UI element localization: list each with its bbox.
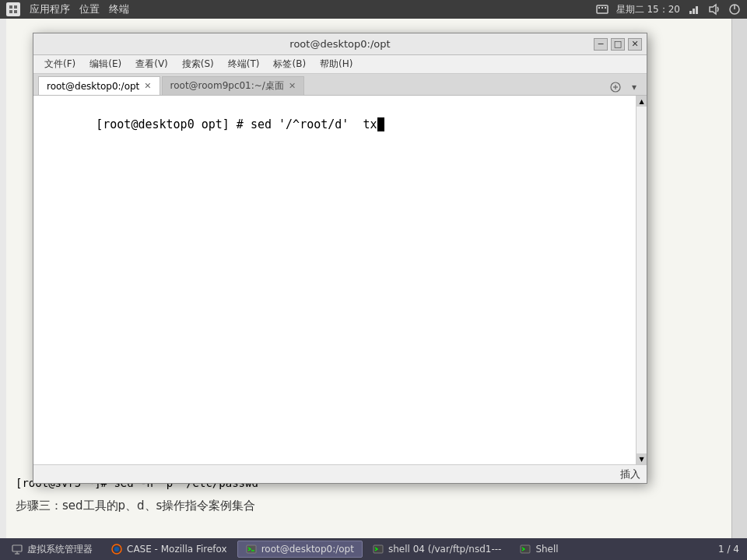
- svg-rect-4: [597, 5, 608, 13]
- tab-label-2: root@room9pc01:~/桌面: [170, 79, 284, 93]
- svg-rect-1: [14, 5, 17, 9]
- terminal-controls: ─ □ ✕: [594, 38, 642, 51]
- terminal-tabs: root@desktop0:/opt ✕ root@room9pc01:~/桌面…: [33, 74, 647, 96]
- tab-room9pc01[interactable]: root@room9pc01:~/桌面 ✕: [162, 76, 305, 95]
- menu-file[interactable]: 文件(F): [38, 56, 82, 72]
- doc-step-label: 步骤三：sed工具的p、d、s操作指令案例集合: [16, 499, 731, 513]
- taskbar-page-indicator: 1 / 4: [718, 544, 744, 555]
- insert-label: 插入: [620, 467, 640, 481]
- scrollbar-down[interactable]: ▼: [637, 453, 647, 464]
- svg-marker-11: [710, 5, 716, 14]
- minimize-button[interactable]: ─: [594, 38, 608, 51]
- app-icon: [6, 2, 20, 16]
- taskbar-shell04[interactable]: shell 04 (/var/ftp/nsd1---: [364, 541, 510, 558]
- power-icon: [728, 3, 741, 16]
- tab-desktop0[interactable]: root@desktop0:/opt ✕: [38, 76, 160, 95]
- firefox-icon: [111, 544, 122, 555]
- terminal-window: root@desktop0:/opt ─ □ ✕ 文件(F) 编辑(E) 查看(…: [33, 33, 647, 484]
- menu-tabs[interactable]: 标签(B): [267, 56, 312, 72]
- svg-rect-10: [696, 6, 698, 14]
- taskbar-vm-manager[interactable]: 虚拟系统管理器: [3, 541, 101, 558]
- taskbar-terminal1[interactable]: root@desktop0:/opt: [237, 541, 363, 558]
- menu-app[interactable]: 应用程序: [30, 2, 70, 16]
- svg-rect-17: [12, 545, 22, 551]
- taskbar-shell-label: Shell: [535, 544, 558, 555]
- tab-close-2[interactable]: ✕: [289, 81, 296, 91]
- system-time: 星期二 15：20: [616, 3, 680, 16]
- vm-manager-icon: [12, 544, 23, 555]
- svg-point-21: [114, 547, 119, 551]
- tab-label-1: root@desktop0:/opt: [47, 81, 139, 92]
- terminal1-icon: [246, 544, 257, 555]
- menu-view[interactable]: 查看(V): [129, 56, 174, 72]
- taskbar-vm-label: 虚拟系统管理器: [27, 543, 93, 556]
- page-indicator-text: 1 / 4: [718, 544, 739, 555]
- left-edge: [0, 19, 6, 560]
- prompt-text: [root@desktop0 opt] #: [96, 117, 251, 131]
- terminal-scrollbar[interactable]: ▲ ▼: [636, 96, 647, 464]
- tab-actions: ▾: [608, 79, 642, 95]
- maximize-button[interactable]: □: [611, 38, 625, 51]
- taskbar-shell04-label: shell 04 (/var/ftp/nsd1---: [388, 544, 501, 555]
- menu-terminal[interactable]: 终端(T): [222, 56, 266, 72]
- svg-rect-8: [689, 11, 692, 14]
- volume-icon: [708, 3, 721, 16]
- right-scrollbar[interactable]: [731, 19, 747, 560]
- shell04-icon: [373, 544, 384, 555]
- command-text: sed '/^root/d' tx: [251, 117, 377, 131]
- tab-close-1[interactable]: ✕: [144, 81, 151, 91]
- taskbar: 虚拟系统管理器 CASE - Mozilla Firefox root@desk…: [0, 538, 747, 560]
- svg-rect-9: [693, 9, 695, 14]
- menu-edit[interactable]: 编辑(E): [83, 56, 128, 72]
- new-tab-button[interactable]: [608, 79, 623, 95]
- terminal-bottom-bar: 插入: [33, 464, 647, 483]
- close-button[interactable]: ✕: [628, 38, 642, 51]
- system-bar: 应用程序 位置 终端 星期二 15：20: [0, 0, 747, 19]
- shell-icon: [520, 544, 531, 555]
- svg-rect-5: [598, 7, 600, 9]
- menu-help[interactable]: 帮助(H): [314, 56, 359, 72]
- taskbar-firefox-label: CASE - Mozilla Firefox: [127, 544, 227, 555]
- menu-search[interactable]: 搜索(S): [176, 56, 220, 72]
- terminal-titlebar: root@desktop0:/opt ─ □ ✕: [33, 33, 647, 55]
- tab-dropdown-button[interactable]: ▾: [626, 79, 642, 95]
- svg-rect-0: [9, 5, 12, 9]
- svg-rect-6: [601, 7, 603, 9]
- terminal-content[interactable]: [root@desktop0 opt] # sed '/^root/d' tx: [33, 96, 647, 154]
- taskbar-firefox[interactable]: CASE - Mozilla Firefox: [103, 541, 236, 558]
- terminal-body: [root@desktop0 opt] # sed '/^root/d' tx …: [33, 96, 647, 464]
- svg-rect-7: [605, 7, 606, 9]
- menu-terminal[interactable]: 终端: [109, 2, 129, 16]
- terminal-menubar: 文件(F) 编辑(E) 查看(V) 搜索(S) 终端(T) 标签(B) 帮助(H…: [33, 55, 647, 74]
- network-icon: [688, 3, 700, 16]
- svg-rect-2: [9, 10, 12, 13]
- taskbar-terminal1-label: root@desktop0:/opt: [261, 544, 354, 555]
- system-bar-right: 星期二 15：20: [596, 3, 741, 16]
- cursor: [377, 117, 384, 131]
- system-bar-left: 应用程序 位置 终端: [6, 2, 584, 16]
- menu-location[interactable]: 位置: [79, 2, 100, 16]
- terminal-prompt-line: [root@desktop0 opt] # sed '/^root/d' tx: [40, 100, 640, 149]
- taskbar-shell[interactable]: Shell: [511, 541, 566, 558]
- svg-rect-3: [14, 10, 17, 13]
- scrollbar-up[interactable]: ▲: [637, 96, 647, 107]
- terminal-title: root@desktop0:/opt: [289, 38, 390, 50]
- keyboard-icon: [596, 3, 608, 16]
